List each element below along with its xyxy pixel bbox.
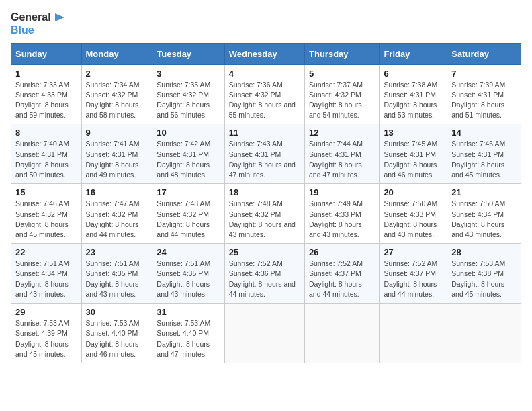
day-detail: Sunrise: 7:46 AMSunset: 4:32 PMDaylight:… bbox=[15, 199, 69, 238]
day-cell: 3 Sunrise: 7:35 AMSunset: 4:32 PMDayligh… bbox=[152, 64, 224, 124]
day-number: 13 bbox=[384, 128, 443, 138]
day-detail: Sunrise: 7:53 AMSunset: 4:39 PMDaylight:… bbox=[15, 319, 69, 358]
day-detail: Sunrise: 7:51 AMSunset: 4:35 PMDaylight:… bbox=[157, 259, 210, 298]
day-cell: 21 Sunrise: 7:50 AMSunset: 4:34 PMDaylig… bbox=[447, 184, 521, 244]
day-number: 11 bbox=[229, 128, 300, 138]
calendar-header-row: SundayMondayTuesdayWednesdayThursdayFrid… bbox=[11, 43, 521, 64]
day-detail: Sunrise: 7:40 AMSunset: 4:31 PMDaylight:… bbox=[15, 140, 69, 179]
header-day-tuesday: Tuesday bbox=[152, 43, 224, 64]
day-number: 21 bbox=[451, 187, 517, 197]
day-cell: 9 Sunrise: 7:41 AMSunset: 4:31 PMDayligh… bbox=[81, 124, 152, 184]
day-number: 23 bbox=[86, 247, 148, 257]
day-cell: 4 Sunrise: 7:36 AMSunset: 4:32 PMDayligh… bbox=[224, 64, 304, 124]
day-detail: Sunrise: 7:52 AMSunset: 4:36 PMDaylight:… bbox=[229, 259, 296, 298]
week-row-5: 29 Sunrise: 7:53 AMSunset: 4:39 PMDaylig… bbox=[11, 304, 521, 363]
day-cell: 19 Sunrise: 7:49 AMSunset: 4:33 PMDaylig… bbox=[305, 184, 380, 244]
day-number: 12 bbox=[309, 128, 375, 138]
day-number: 4 bbox=[229, 68, 300, 79]
day-detail: Sunrise: 7:34 AMSunset: 4:32 PMDaylight:… bbox=[86, 81, 140, 120]
day-number: 18 bbox=[229, 187, 300, 197]
day-detail: Sunrise: 7:50 AMSunset: 4:33 PMDaylight:… bbox=[384, 199, 437, 238]
day-number: 29 bbox=[15, 307, 77, 317]
day-number: 25 bbox=[229, 247, 300, 257]
day-detail: Sunrise: 7:52 AMSunset: 4:37 PMDaylight:… bbox=[309, 259, 363, 298]
day-number: 19 bbox=[309, 187, 375, 197]
day-cell: 13 Sunrise: 7:45 AMSunset: 4:31 PMDaylig… bbox=[380, 124, 447, 184]
week-row-2: 8 Sunrise: 7:40 AMSunset: 4:31 PMDayligh… bbox=[11, 124, 521, 184]
day-number: 26 bbox=[309, 247, 375, 257]
day-detail: Sunrise: 7:37 AMSunset: 4:32 PMDaylight:… bbox=[309, 81, 363, 120]
day-number: 22 bbox=[15, 247, 77, 257]
day-detail: Sunrise: 7:43 AMSunset: 4:31 PMDaylight:… bbox=[229, 140, 296, 179]
day-detail: Sunrise: 7:42 AMSunset: 4:31 PMDaylight:… bbox=[157, 140, 210, 179]
day-detail: Sunrise: 7:38 AMSunset: 4:31 PMDaylight:… bbox=[384, 81, 437, 120]
day-number: 16 bbox=[86, 187, 148, 197]
day-detail: Sunrise: 7:47 AMSunset: 4:32 PMDaylight:… bbox=[86, 199, 140, 238]
day-number: 8 bbox=[15, 128, 77, 138]
day-number: 24 bbox=[157, 247, 220, 257]
day-detail: Sunrise: 7:52 AMSunset: 4:37 PMDaylight:… bbox=[384, 259, 437, 298]
day-cell: 22 Sunrise: 7:51 AMSunset: 4:34 PMDaylig… bbox=[11, 244, 82, 304]
header-day-saturday: Saturday bbox=[447, 43, 521, 64]
day-cell: 12 Sunrise: 7:44 AMSunset: 4:31 PMDaylig… bbox=[305, 124, 380, 184]
day-detail: Sunrise: 7:41 AMSunset: 4:31 PMDaylight:… bbox=[86, 140, 140, 179]
header: General Blue bbox=[11, 11, 521, 36]
day-cell: 26 Sunrise: 7:52 AMSunset: 4:37 PMDaylig… bbox=[305, 244, 380, 304]
day-cell: 17 Sunrise: 7:48 AMSunset: 4:32 PMDaylig… bbox=[152, 184, 224, 244]
logo-text: General Blue bbox=[11, 11, 66, 36]
day-number: 31 bbox=[157, 307, 220, 317]
header-day-thursday: Thursday bbox=[305, 43, 380, 64]
week-row-4: 22 Sunrise: 7:51 AMSunset: 4:34 PMDaylig… bbox=[11, 244, 521, 304]
day-cell: 30 Sunrise: 7:53 AMSunset: 4:40 PMDaylig… bbox=[81, 304, 152, 363]
day-number: 15 bbox=[15, 187, 77, 197]
header-day-monday: Monday bbox=[81, 43, 152, 64]
day-cell: 5 Sunrise: 7:37 AMSunset: 4:32 PMDayligh… bbox=[305, 64, 380, 124]
day-number: 17 bbox=[157, 187, 220, 197]
day-cell: 28 Sunrise: 7:53 AMSunset: 4:38 PMDaylig… bbox=[447, 244, 521, 304]
logo-general: General bbox=[11, 11, 51, 24]
day-cell: 29 Sunrise: 7:53 AMSunset: 4:39 PMDaylig… bbox=[11, 304, 82, 363]
week-row-1: 1 Sunrise: 7:33 AMSunset: 4:33 PMDayligh… bbox=[11, 64, 521, 124]
day-cell: 11 Sunrise: 7:43 AMSunset: 4:31 PMDaylig… bbox=[224, 124, 304, 184]
day-number: 9 bbox=[86, 128, 148, 138]
day-detail: Sunrise: 7:36 AMSunset: 4:32 PMDaylight:… bbox=[229, 81, 296, 120]
day-cell: 27 Sunrise: 7:52 AMSunset: 4:37 PMDaylig… bbox=[380, 244, 447, 304]
day-detail: Sunrise: 7:53 AMSunset: 4:38 PMDaylight:… bbox=[451, 259, 505, 298]
logo-blue: Blue bbox=[11, 24, 34, 36]
header-day-wednesday: Wednesday bbox=[224, 43, 304, 64]
logo-triangle-icon bbox=[52, 11, 66, 24]
day-number: 6 bbox=[384, 68, 443, 79]
day-detail: Sunrise: 7:39 AMSunset: 4:31 PMDaylight:… bbox=[451, 81, 505, 120]
day-number: 5 bbox=[309, 68, 375, 79]
day-detail: Sunrise: 7:48 AMSunset: 4:32 PMDaylight:… bbox=[229, 199, 296, 238]
logo: General Blue bbox=[11, 11, 66, 36]
day-detail: Sunrise: 7:35 AMSunset: 4:32 PMDaylight:… bbox=[157, 81, 210, 120]
day-cell: 14 Sunrise: 7:46 AMSunset: 4:31 PMDaylig… bbox=[447, 124, 521, 184]
day-cell: 24 Sunrise: 7:51 AMSunset: 4:35 PMDaylig… bbox=[152, 244, 224, 304]
day-number: 14 bbox=[451, 128, 517, 138]
day-detail: Sunrise: 7:33 AMSunset: 4:33 PMDaylight:… bbox=[15, 81, 69, 120]
day-detail: Sunrise: 7:46 AMSunset: 4:31 PMDaylight:… bbox=[451, 140, 505, 179]
day-detail: Sunrise: 7:53 AMSunset: 4:40 PMDaylight:… bbox=[86, 319, 140, 358]
day-cell: 31 Sunrise: 7:53 AMSunset: 4:40 PMDaylig… bbox=[152, 304, 224, 363]
day-detail: Sunrise: 7:50 AMSunset: 4:34 PMDaylight:… bbox=[451, 199, 505, 238]
day-cell bbox=[305, 304, 380, 363]
day-cell: 18 Sunrise: 7:48 AMSunset: 4:32 PMDaylig… bbox=[224, 184, 304, 244]
day-number: 10 bbox=[157, 128, 220, 138]
day-cell bbox=[380, 304, 447, 363]
day-detail: Sunrise: 7:45 AMSunset: 4:31 PMDaylight:… bbox=[384, 140, 437, 179]
day-number: 20 bbox=[384, 187, 443, 197]
day-detail: Sunrise: 7:49 AMSunset: 4:33 PMDaylight:… bbox=[309, 199, 363, 238]
day-detail: Sunrise: 7:44 AMSunset: 4:31 PMDaylight:… bbox=[309, 140, 363, 179]
day-cell: 6 Sunrise: 7:38 AMSunset: 4:31 PMDayligh… bbox=[380, 64, 447, 124]
day-detail: Sunrise: 7:51 AMSunset: 4:34 PMDaylight:… bbox=[15, 259, 69, 298]
day-cell: 20 Sunrise: 7:50 AMSunset: 4:33 PMDaylig… bbox=[380, 184, 447, 244]
day-cell bbox=[447, 304, 521, 363]
day-cell: 23 Sunrise: 7:51 AMSunset: 4:35 PMDaylig… bbox=[81, 244, 152, 304]
day-cell: 1 Sunrise: 7:33 AMSunset: 4:33 PMDayligh… bbox=[11, 64, 82, 124]
day-detail: Sunrise: 7:53 AMSunset: 4:40 PMDaylight:… bbox=[157, 319, 210, 358]
day-number: 30 bbox=[86, 307, 148, 317]
svg-marker-0 bbox=[55, 13, 64, 21]
day-detail: Sunrise: 7:51 AMSunset: 4:35 PMDaylight:… bbox=[86, 259, 140, 298]
day-cell: 15 Sunrise: 7:46 AMSunset: 4:32 PMDaylig… bbox=[11, 184, 82, 244]
